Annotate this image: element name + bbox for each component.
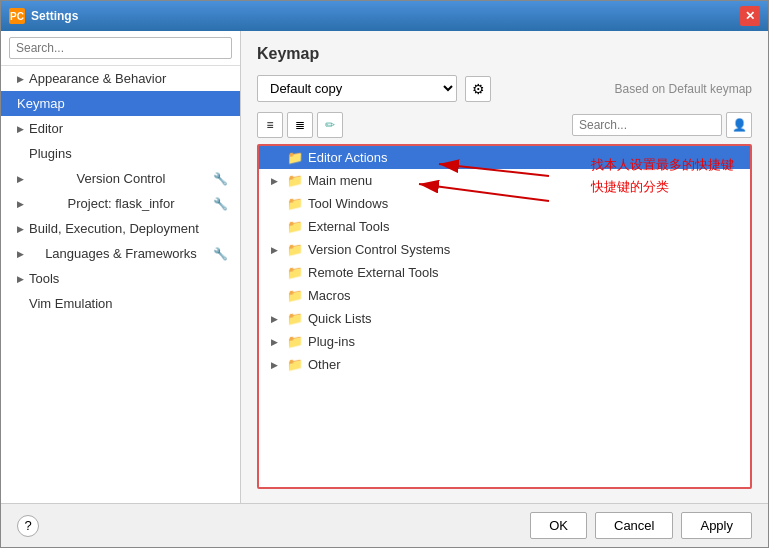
keymap-gear-button[interactable]: ⚙: [465, 76, 491, 102]
quick-lists-arrow: ▶: [271, 314, 283, 324]
tree-item-remote-tools[interactable]: 📁 Remote External Tools: [259, 261, 750, 284]
tree-search-input[interactable]: [572, 114, 722, 136]
help-button[interactable]: ?: [17, 515, 39, 537]
folder-icon-plug-ins: 📁: [287, 334, 303, 349]
tree-label-main-menu: Main menu: [308, 173, 372, 188]
sidebar: Appearance & Behavior Keymap Editor Plug…: [1, 31, 241, 503]
sidebar-search-box: [1, 31, 240, 66]
tree-item-external-tools[interactable]: 📁 External Tools: [259, 215, 750, 238]
sidebar-label-editor: Editor: [29, 121, 63, 136]
tree-item-quick-lists[interactable]: ▶ 📁 Quick Lists: [259, 307, 750, 330]
sidebar-item-version-control[interactable]: Version Control 🔧: [1, 166, 240, 191]
sidebar-item-plugins[interactable]: Plugins: [1, 141, 240, 166]
sidebar-label-languages: Languages & Frameworks: [45, 246, 197, 261]
sidebar-item-tools[interactable]: Tools: [1, 266, 240, 291]
folder-icon-macros: 📁: [287, 288, 303, 303]
keymap-header: Default copy ⚙ Based on Default keymap: [257, 75, 752, 102]
toolbar-btn-collapse-all[interactable]: ≣: [287, 112, 313, 138]
tree-item-editor-actions[interactable]: 📁 Editor Actions: [259, 146, 750, 169]
user-icon-button[interactable]: 👤: [726, 112, 752, 138]
lang-badge-icon: 🔧: [213, 247, 228, 261]
content-area: Appearance & Behavior Keymap Editor Plug…: [1, 31, 768, 503]
sidebar-item-languages[interactable]: Languages & Frameworks 🔧: [1, 241, 240, 266]
sidebar-label-appearance: Appearance & Behavior: [29, 71, 166, 86]
folder-icon-vcs: 📁: [287, 242, 303, 257]
keymap-tree: 📁 Editor Actions ▶ 📁 Main menu 📁 Tool Wi…: [257, 144, 752, 489]
user-icon: 👤: [732, 118, 747, 132]
tree-label-other: Other: [308, 357, 341, 372]
apply-button[interactable]: Apply: [681, 512, 752, 539]
main-panel: Keymap Default copy ⚙ Based on Default k…: [241, 31, 768, 503]
cancel-button[interactable]: Cancel: [595, 512, 673, 539]
tree-item-main-menu[interactable]: ▶ 📁 Main menu: [259, 169, 750, 192]
bottom-bar: ? OK Cancel Apply: [1, 503, 768, 547]
sidebar-label-project: Project: flask_infor: [68, 196, 175, 211]
gear-icon: ⚙: [472, 81, 485, 97]
sidebar-item-keymap[interactable]: Keymap: [1, 91, 240, 116]
keymap-toolbar: ≡ ≣ ✏ 👤: [257, 112, 752, 138]
based-on-label: Based on Default keymap: [615, 82, 752, 96]
sidebar-label-vim: Vim Emulation: [29, 296, 113, 311]
tree-label-editor-actions: Editor Actions: [308, 150, 388, 165]
tree-label-plug-ins: Plug-ins: [308, 334, 355, 349]
sidebar-label-plugins: Plugins: [29, 146, 72, 161]
collapse-all-icon: ≣: [295, 118, 305, 132]
folder-icon-remote-tools: 📁: [287, 265, 303, 280]
sidebar-label-tools: Tools: [29, 271, 59, 286]
sidebar-search-input[interactable]: [9, 37, 232, 59]
app-icon: PC: [9, 8, 25, 24]
sidebar-label-vc: Version Control: [77, 171, 166, 186]
toolbar-btn-edit[interactable]: ✏: [317, 112, 343, 138]
sidebar-label-keymap: Keymap: [17, 96, 65, 111]
tree-item-other[interactable]: ▶ 📁 Other: [259, 353, 750, 376]
tree-label-vcs: Version Control Systems: [308, 242, 450, 257]
settings-window: PC Settings ✕ Appearance & Behavior Keym…: [0, 0, 769, 548]
window-title: Settings: [31, 9, 740, 23]
titlebar: PC Settings ✕: [1, 1, 768, 31]
vcs-arrow: ▶: [271, 245, 283, 255]
tree-item-tool-windows[interactable]: 📁 Tool Windows: [259, 192, 750, 215]
help-icon: ?: [24, 518, 31, 533]
sidebar-item-build[interactable]: Build, Execution, Deployment: [1, 216, 240, 241]
plug-ins-arrow: ▶: [271, 337, 283, 347]
tree-item-plug-ins[interactable]: ▶ 📁 Plug-ins: [259, 330, 750, 353]
search-right: 👤: [572, 112, 752, 138]
folder-icon-quick-lists: 📁: [287, 311, 303, 326]
close-button[interactable]: ✕: [740, 6, 760, 26]
tree-item-vcs[interactable]: ▶ 📁 Version Control Systems: [259, 238, 750, 261]
other-arrow: ▶: [271, 360, 283, 370]
tree-label-macros: Macros: [308, 288, 351, 303]
vc-badge-icon: 🔧: [213, 172, 228, 186]
panel-title: Keymap: [257, 45, 752, 63]
sidebar-label-build: Build, Execution, Deployment: [29, 221, 199, 236]
toolbar-btn-expand-all[interactable]: ≡: [257, 112, 283, 138]
ok-button[interactable]: OK: [530, 512, 587, 539]
folder-icon-editor-actions: 📁: [287, 150, 303, 165]
main-menu-arrow: ▶: [271, 176, 283, 186]
sidebar-item-vim[interactable]: Vim Emulation: [1, 291, 240, 316]
folder-icon-main-menu: 📁: [287, 173, 303, 188]
folder-icon-other: 📁: [287, 357, 303, 372]
project-badge-icon: 🔧: [213, 197, 228, 211]
folder-icon-external-tools: 📁: [287, 219, 303, 234]
edit-icon: ✏: [325, 118, 335, 132]
tree-label-external-tools: External Tools: [308, 219, 389, 234]
keymap-select[interactable]: Default copy: [257, 75, 457, 102]
sidebar-item-project[interactable]: Project: flask_infor 🔧: [1, 191, 240, 216]
sidebar-item-appearance[interactable]: Appearance & Behavior: [1, 66, 240, 91]
folder-icon-tool-windows: 📁: [287, 196, 303, 211]
tree-label-remote-tools: Remote External Tools: [308, 265, 439, 280]
tree-item-macros[interactable]: 📁 Macros: [259, 284, 750, 307]
tree-label-tool-windows: Tool Windows: [308, 196, 388, 211]
expand-all-icon: ≡: [266, 118, 273, 132]
sidebar-item-editor[interactable]: Editor: [1, 116, 240, 141]
tree-label-quick-lists: Quick Lists: [308, 311, 372, 326]
